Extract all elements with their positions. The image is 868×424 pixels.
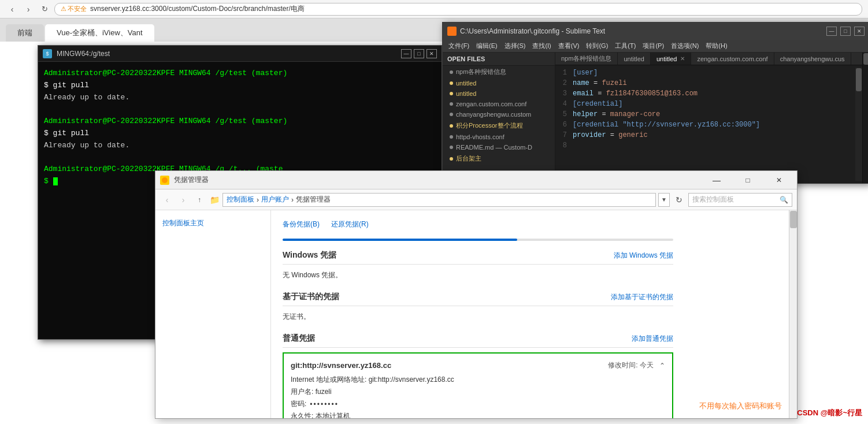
sublime-minimize-btn[interactable]: — (826, 27, 837, 36)
terminal-close-btn[interactable]: ✕ (426, 49, 437, 58)
restore-link[interactable]: 还原凭据(R) (331, 220, 369, 229)
credential-scrollbar[interactable] (789, 210, 797, 418)
nav-dropdown-btn[interactable]: ▼ (658, 193, 670, 207)
code-line-6: 6 [credential "http://svnserver.yz168.cc… (555, 120, 855, 130)
sidebar-file-7[interactable]: README.md — Custom-D (443, 142, 555, 153)
menu-find[interactable]: 查找(I) (529, 42, 554, 50)
line-number-4: 4 (555, 99, 573, 109)
file-dot-6 (450, 135, 453, 139)
backup-restore-bar: 备份凭据(B) 还原凭据(R) (283, 220, 673, 229)
editor-scrollbar[interactable] (855, 68, 862, 181)
menu-preferences[interactable]: 首选项(N) (667, 42, 702, 50)
tab-npm[interactable]: npm各种报错信息 (555, 53, 618, 65)
menu-view[interactable]: 查看(V) (555, 42, 583, 50)
sublime-close-btn[interactable]: ✕ (854, 27, 865, 36)
cert-empty-text: 无证书。 (283, 313, 310, 321)
credential-sidebar: 控制面板主页 (155, 210, 271, 418)
credential-minimize-btn[interactable]: — (703, 171, 730, 189)
code-line-2: 2 name = fuzeli (555, 78, 855, 88)
line-content-2: name = fuzeli (573, 78, 627, 88)
terminal-line-2: $ git pull (44, 80, 436, 92)
browser-tab-0[interactable]: 前端 (6, 24, 44, 42)
menu-goto[interactable]: 转到(G) (583, 42, 611, 50)
entry-username: 用户名: fuzeli (291, 387, 665, 397)
sidebar-file-4[interactable]: chanyangshengwu.custom (443, 109, 555, 120)
sidebar-file-5[interactable]: 积分Processor整个流程 (443, 120, 555, 132)
section-title-cert: 基于证书的凭据 (283, 292, 339, 302)
menu-select[interactable]: 选择(S) (501, 42, 529, 50)
sidebar-file-3[interactable]: zengan.custom.com.conf (443, 99, 555, 109)
nav-refresh-btn[interactable]: ↻ (672, 193, 686, 207)
breadcrumb-part-1[interactable]: 控制面板 (227, 195, 254, 204)
nav-forward[interactable]: › (22, 3, 35, 16)
nav-back[interactable]: ‹ (6, 3, 18, 16)
add-cert-credential-link[interactable]: 添加基于证书的凭据 (611, 292, 673, 302)
tab-untitled1[interactable]: untitled (618, 53, 650, 65)
backup-link[interactable]: 备份凭据(B) (283, 220, 320, 229)
browser-tab-1[interactable]: Vue-全家桶、iView、Vant (45, 24, 154, 42)
tab-zengan[interactable]: zengan.custom.com.conf (691, 53, 774, 65)
sublime-menubar: 文件(F) 编辑(E) 选择(S) 查找(I) 查看(V) 转到(G) 工具(T… (443, 40, 868, 53)
address-text: svnserver.yz168.cc:3000/custom/Custom-Do… (90, 4, 305, 14)
breadcrumb-part-3: 凭据管理器 (296, 195, 331, 204)
line-content-5: helper = manager-core (573, 109, 660, 120)
breadcrumb-part-2[interactable]: 用户账户 (261, 195, 289, 204)
credential-close-btn[interactable]: ✕ (766, 171, 792, 189)
sidebar-file-8[interactable]: 后台架主 (443, 153, 555, 165)
address-bar[interactable]: ⚠ 不安全 svnserver.yz168.cc:3000/custom/Cus… (54, 3, 862, 16)
sidebar-file-1[interactable]: untitled (443, 78, 555, 88)
side-note-text: 不用每次输入密码和账号 (699, 401, 782, 411)
credential-main-content: 备份凭据(B) 还原凭据(R) Windows 凭据 添加 Windows 凭据… (271, 210, 685, 418)
code-editor[interactable]: 1 [user] 2 name = fuzeli 3 email = fzl18… (555, 65, 862, 183)
add-generic-credential-link[interactable]: 添加普通凭据 (632, 334, 673, 344)
line-number-2: 2 (555, 78, 573, 88)
terminal-line-1: Administrator@PC-20220322KPFE MINGW64 /g… (44, 68, 436, 80)
search-box[interactable]: 搜索控制面板 🔍 (688, 193, 792, 207)
editor-tabs-row: npm各种报错信息 untitled untitled ✕ zengan.cus… (555, 53, 862, 65)
sublime-right-scrollbar[interactable] (862, 53, 868, 183)
line-number-8: 8 (555, 140, 573, 151)
sublime-maximize-btn[interactable]: □ (840, 27, 851, 36)
credential-titlebar: 凭据管理器 — □ ✕ (155, 171, 797, 189)
add-windows-credential-link[interactable]: 添加 Windows 凭据 (614, 251, 673, 261)
side-note-area: 不用每次输入密码和账号 (685, 210, 789, 418)
entry-password-label: 密码: (291, 399, 306, 409)
entry-password-dots: •••••••• (310, 400, 339, 408)
tab-close-icon[interactable]: ✕ (680, 55, 685, 62)
line-content-8 (573, 140, 577, 151)
nav-up-btn[interactable]: ↑ (192, 193, 206, 207)
section-header-windows: Windows 凭据 添加 Windows 凭据 (283, 250, 673, 265)
sidebar-file-0[interactable]: npm各种报错信息 (443, 66, 555, 78)
control-panel-home-link[interactable]: 控制面板主页 (162, 219, 204, 227)
file-dot-1 (450, 81, 453, 85)
sidebar-file-2[interactable]: untitled (443, 88, 555, 99)
terminal-minimize-btn[interactable]: — (401, 49, 411, 58)
terminal-line-4: Administrator@PC-20220322KPFE MINGW64 /g… (44, 116, 436, 128)
nav-refresh[interactable]: ↻ (38, 3, 51, 16)
breadcrumb-bar[interactable]: 控制面板 › 用户账户 › 凭据管理器 (222, 193, 656, 207)
nav-forward-btn[interactable]: › (176, 193, 190, 207)
menu-file[interactable]: 文件(F) (445, 42, 473, 50)
line-number-1: 1 (555, 68, 573, 78)
expand-toggle[interactable]: ⌃ (659, 362, 665, 370)
menu-project[interactable]: 项目(P) (639, 42, 667, 50)
line-content-4: [credential] (573, 99, 622, 109)
menu-tools[interactable]: 工具(T) (611, 42, 639, 50)
entry-modified: 修改时间: 今天 (608, 360, 654, 370)
tab-chanyang[interactable]: chanyangshengwu.cus (774, 53, 851, 65)
breadcrumb-sep-2: › (291, 196, 294, 204)
terminal-maximize-btn[interactable]: □ (414, 49, 424, 58)
credential-maximize-btn[interactable]: □ (735, 171, 761, 189)
terminal-line-3: Already up to date. (44, 92, 436, 104)
menu-edit[interactable]: 编辑(E) (473, 42, 501, 50)
sublime-window: C:\Users\Administrator\.gitconfig - Subl… (442, 22, 868, 184)
sidebar-file-6[interactable]: httpd-vhosts.conf (443, 132, 555, 142)
menu-help[interactable]: 帮助(H) (702, 42, 730, 50)
entry-title: git:http://svnserver.yz168.cc (291, 361, 391, 370)
credential-body: 控制面板主页 备份凭据(B) 还原凭据(R) Windows 凭据 添加 Win… (155, 210, 797, 418)
nav-back-btn[interactable]: ‹ (160, 193, 174, 207)
terminal-line-6: Already up to date. (44, 140, 436, 152)
tab-untitled2-active[interactable]: untitled ✕ (651, 53, 691, 65)
credential-nav-bar: ‹ › ↑ 📁 控制面板 › 用户账户 › 凭据管理器 ▼ ↻ 搜索控制面板 🔍 (155, 189, 797, 210)
entry-header-row: git:http://svnserver.yz168.cc 修改时间: 今天 ⌃ (291, 360, 665, 370)
